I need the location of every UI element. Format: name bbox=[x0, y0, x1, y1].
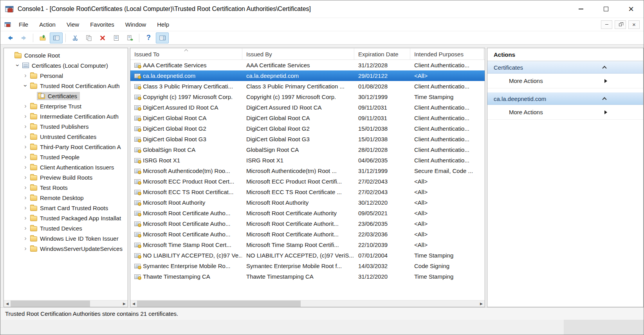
certificate-row[interactable]: NO LIABILITY ACCEPTED, (c)97 Ve...NO LIA… bbox=[130, 250, 485, 261]
certificate-row[interactable]: Class 3 Public Primary Certificati...Cla… bbox=[130, 81, 485, 92]
tree-item-windows-live-id-token-issuer[interactable]: ›Windows Live ID Token Issuer bbox=[4, 233, 128, 243]
certificate-row[interactable]: Microsoft Root Certificate Autho...Micro… bbox=[130, 229, 485, 240]
properties-button[interactable] bbox=[110, 32, 123, 43]
chevron-down-icon[interactable]: › bbox=[14, 62, 21, 69]
chevron-right-icon[interactable]: › bbox=[22, 214, 29, 222]
chevron-right-icon[interactable]: › bbox=[22, 153, 29, 160]
up-one-level-button[interactable] bbox=[36, 32, 49, 43]
cut-button[interactable] bbox=[69, 32, 81, 43]
actions-section-header[interactable]: Certificates bbox=[487, 61, 643, 74]
certificate-row[interactable]: Microsoft Root AuthorityMicrosoft Root A… bbox=[130, 197, 485, 208]
show-hide-action-pane-button[interactable] bbox=[156, 32, 169, 43]
export-list-button[interactable] bbox=[123, 32, 136, 43]
chevron-right-icon[interactable]: › bbox=[22, 204, 29, 211]
scrollbar-track[interactable] bbox=[11, 301, 121, 307]
show-hide-console-tree-button[interactable] bbox=[50, 32, 63, 43]
column-header-issued-by[interactable]: Issued By bbox=[242, 48, 354, 59]
scroll-right-button[interactable]: ▶ bbox=[121, 301, 128, 307]
chevron-down-icon[interactable]: › bbox=[22, 82, 29, 89]
tree-item-personal[interactable]: ›Personal bbox=[4, 70, 128, 81]
tree-item-enterprise-trust[interactable]: ›Enterprise Trust bbox=[4, 101, 128, 111]
tree-item-certificates-local-computer[interactable]: ›Certificates (Local Computer) bbox=[4, 60, 128, 70]
forward-button[interactable] bbox=[17, 32, 30, 43]
chevron-right-icon[interactable]: › bbox=[22, 225, 29, 232]
tree-item-certificates[interactable]: Certificates bbox=[4, 91, 128, 101]
certificate-row[interactable]: Thawte Timestamping CAThawte Timestampin… bbox=[130, 271, 485, 282]
tree-item-trusted-root-certification-auth[interactable]: ›Trusted Root Certification Auth bbox=[4, 81, 128, 91]
mdi-minimize-button[interactable] bbox=[601, 20, 612, 29]
certificate-row[interactable]: DigiCert Assured ID Root CADigiCert Assu… bbox=[130, 102, 485, 113]
certificate-row[interactable]: Microsoft Root Certificate Autho...Micro… bbox=[130, 218, 485, 229]
column-header-issued-to[interactable]: Issued To bbox=[130, 48, 242, 59]
certificate-row[interactable]: ISRG Root X1ISRG Root X104/06/2035Client… bbox=[130, 155, 485, 166]
close-button[interactable]: × bbox=[619, 0, 644, 18]
mdi-close-button[interactable]: × bbox=[628, 20, 640, 29]
certificate-row[interactable]: GlobalSign Root CAGlobalSign Root CA28/0… bbox=[130, 144, 485, 155]
chevron-right-icon[interactable]: › bbox=[22, 184, 29, 191]
chevron-right-icon[interactable]: › bbox=[22, 143, 29, 150]
column-header-f[interactable]: F bbox=[484, 48, 485, 59]
collapse-chevron-icon[interactable] bbox=[602, 66, 606, 70]
action-item-more-actions[interactable]: More Actions bbox=[487, 105, 643, 120]
tree-item-trusted-packaged-app-installat[interactable]: ›Trusted Packaged App Installat bbox=[4, 213, 128, 223]
chevron-right-icon[interactable]: › bbox=[22, 164, 29, 171]
chevron-right-icon[interactable]: › bbox=[22, 194, 29, 201]
tree-item-console-root[interactable]: Console Root bbox=[4, 50, 128, 60]
tree-item-smart-card-trusted-roots[interactable]: ›Smart Card Trusted Roots bbox=[4, 203, 128, 213]
menu-favorites[interactable]: Favorites bbox=[85, 18, 120, 31]
certificate-row[interactable]: Microsoft ECC TS Root Certificat...Micro… bbox=[130, 187, 485, 197]
certificate-row[interactable]: AAA Certificate ServicesAAA Certificate … bbox=[130, 60, 485, 70]
tree-item-windowsserverupdateservices[interactable]: ›WindowsServerUpdateServices bbox=[4, 243, 128, 254]
chevron-right-icon[interactable]: › bbox=[22, 113, 29, 120]
menu-view[interactable]: View bbox=[61, 18, 85, 31]
scroll-left-button[interactable]: ◀ bbox=[130, 301, 137, 307]
column-header-intended-purposes[interactable]: Intended Purposes bbox=[410, 48, 484, 59]
tree-item-intermediate-certification-auth[interactable]: ›Intermediate Certification Auth bbox=[4, 111, 128, 121]
tree-item-remote-desktop[interactable]: ›Remote Desktop bbox=[4, 193, 128, 203]
tree-item-trusted-publishers[interactable]: ›Trusted Publishers bbox=[4, 121, 128, 131]
tree-item-trusted-people[interactable]: ›Trusted People bbox=[4, 152, 128, 162]
tree-item-preview-build-roots[interactable]: ›Preview Build Roots bbox=[4, 172, 128, 182]
certificate-row[interactable]: DigiCert Global Root G3DigiCert Global R… bbox=[130, 134, 485, 144]
tree-item-untrusted-certificates[interactable]: ›Untrusted Certificates bbox=[4, 131, 128, 142]
chevron-right-icon[interactable]: › bbox=[22, 123, 29, 130]
certificate-row[interactable]: Microsoft Authenticode(tm) Roo...Microso… bbox=[130, 166, 485, 176]
certificate-row[interactable]: Microsoft Root Certificate Autho...Micro… bbox=[130, 208, 485, 218]
certificate-row[interactable]: ca.la.deepnetid.comca.la.deepnetid.com29… bbox=[130, 70, 485, 81]
scroll-left-button[interactable]: ◀ bbox=[4, 301, 11, 307]
chevron-right-icon[interactable]: › bbox=[22, 103, 29, 110]
column-header-expiration-date[interactable]: Expiration Date bbox=[354, 48, 410, 59]
tree-item-client-authentication-issuers[interactable]: ›Client Authentication Issuers bbox=[4, 162, 128, 172]
menu-window[interactable]: Window bbox=[120, 18, 152, 31]
certificate-row[interactable]: Copyright (c) 1997 Microsoft Corp.Copyri… bbox=[130, 92, 485, 102]
scrollbar-thumb[interactable] bbox=[11, 301, 90, 307]
tree-item-third-party-root-certification-a[interactable]: ›Third-Party Root Certification A bbox=[4, 142, 128, 152]
menu-help[interactable]: Help bbox=[152, 18, 175, 31]
chevron-right-icon[interactable]: › bbox=[22, 245, 29, 252]
copy-button[interactable] bbox=[82, 32, 95, 43]
scrollbar-thumb[interactable] bbox=[137, 301, 301, 307]
scrollbar-track[interactable] bbox=[137, 301, 478, 307]
certificate-row[interactable]: Symantec Enterprise Mobile Ro...Symantec… bbox=[130, 261, 485, 271]
chevron-right-icon[interactable]: › bbox=[22, 133, 29, 140]
minimize-button[interactable] bbox=[568, 0, 593, 18]
action-item-more-actions[interactable]: More Actions bbox=[487, 74, 643, 88]
certificate-row[interactable]: DigiCert Global Root G2DigiCert Global R… bbox=[130, 123, 485, 134]
chevron-right-icon[interactable]: › bbox=[22, 235, 29, 242]
actions-section-header[interactable]: ca.la.deepnetid.com bbox=[487, 92, 643, 105]
chevron-right-icon[interactable]: › bbox=[22, 174, 29, 181]
menu-file[interactable]: File bbox=[13, 18, 34, 31]
maximize-button[interactable] bbox=[593, 0, 619, 18]
menu-action[interactable]: Action bbox=[34, 18, 61, 31]
back-button[interactable] bbox=[4, 32, 16, 43]
mdi-restore-button[interactable] bbox=[615, 20, 626, 29]
certificate-row[interactable]: DigiCert Global Root CADigiCert Global R… bbox=[130, 113, 485, 123]
certificate-row[interactable]: Microsoft ECC Product Root Cert...Micros… bbox=[130, 176, 485, 187]
chevron-right-icon[interactable]: › bbox=[22, 72, 29, 79]
tree-item-test-roots[interactable]: ›Test Roots bbox=[4, 182, 128, 193]
scroll-right-button[interactable]: ▶ bbox=[478, 301, 485, 307]
delete-button[interactable] bbox=[96, 32, 109, 43]
help-button[interactable]: ? bbox=[142, 32, 155, 43]
collapse-chevron-icon[interactable] bbox=[602, 97, 606, 101]
tree-item-trusted-devices[interactable]: ›Trusted Devices bbox=[4, 223, 128, 233]
